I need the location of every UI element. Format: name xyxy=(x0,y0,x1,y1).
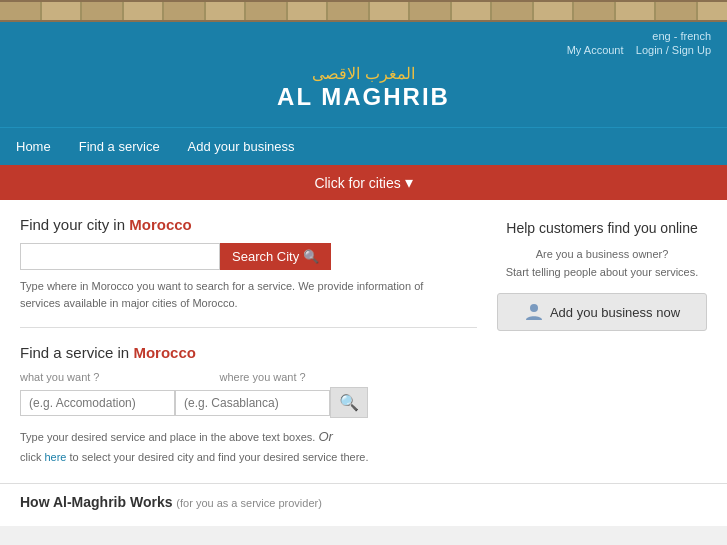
service-search-button[interactable]: 🔍 xyxy=(330,387,368,418)
how-title-sub: (for you as a service provider) xyxy=(176,497,322,509)
add-business-button-label: Add you business now xyxy=(550,305,680,320)
help-desc-line1: Are you a business owner? xyxy=(536,248,669,260)
how-title: How Al-Maghrib Works (for you as a servi… xyxy=(20,494,322,510)
service-search-icon: 🔍 xyxy=(339,394,359,411)
right-help-desc: Are you a business owner? Start telling … xyxy=(497,246,707,281)
service-desc-line3: to select your desired city and find you… xyxy=(66,451,368,463)
label-what: what you want ? xyxy=(20,371,100,383)
service-description: Type your desired service and place in t… xyxy=(20,426,440,467)
service-desc-line2: click xyxy=(20,451,44,463)
add-business-button[interactable]: Add you business now xyxy=(497,293,707,331)
service-inputs-row: 🔍 xyxy=(20,387,477,418)
right-column: Help customers find you online Are you a… xyxy=(497,216,707,467)
service-title-prefix: Find a service in xyxy=(20,344,133,361)
search-icon: 🔍 xyxy=(303,249,319,264)
how-title-main: How Al-Maghrib Works xyxy=(20,494,172,510)
login-signup-link[interactable]: Login / Sign Up xyxy=(636,44,711,56)
left-column: Find your city in Morocco Search City 🔍 … xyxy=(20,216,477,467)
city-search-input[interactable] xyxy=(20,243,220,270)
service-desc-line1: Type your desired service and place in t… xyxy=(20,431,318,443)
city-search-description: Type where in Morocco you want to search… xyxy=(20,278,440,311)
person-icon xyxy=(524,302,544,322)
cities-bar[interactable]: Click for cities ▾ xyxy=(0,165,727,200)
my-account-link[interactable]: My Account xyxy=(567,44,624,56)
nav-find-service[interactable]: Find a service xyxy=(79,131,160,162)
logo-latin: AL MAGHRIB xyxy=(16,83,711,111)
city-title-prefix: Find your city in xyxy=(20,216,129,233)
nav-home[interactable]: Home xyxy=(16,131,51,162)
city-title-highlight: Morocco xyxy=(129,216,192,233)
svg-point-0 xyxy=(530,304,538,312)
service-title-highlight: Morocco xyxy=(133,344,196,361)
label-where: where you want ? xyxy=(220,371,306,383)
city-search-button-label: Search City xyxy=(232,249,299,264)
help-desc-line2: Start telling people about your services… xyxy=(506,266,699,278)
lang-label: eng - french xyxy=(652,30,711,42)
logo-area: المغرب الاقصى AL MAGHRIB xyxy=(16,56,711,123)
stone-texture-bar xyxy=(0,0,727,22)
service-search-title: Find a service in Morocco xyxy=(20,344,477,361)
city-search-title: Find your city in Morocco xyxy=(20,216,477,233)
city-search-button[interactable]: Search City 🔍 xyxy=(220,243,331,270)
service-input-labels: what you want ? where you want ? xyxy=(20,371,477,383)
service-where-input[interactable] xyxy=(175,390,330,416)
service-desc-here-link[interactable]: here xyxy=(44,451,66,463)
top-header: eng - french My Account Login / Sign Up … xyxy=(0,22,727,127)
main-content: Find your city in Morocco Search City 🔍 … xyxy=(0,200,727,483)
right-help-title: Help customers find you online xyxy=(497,220,707,236)
service-what-input[interactable] xyxy=(20,390,175,416)
chevron-down-icon: ▾ xyxy=(405,174,413,191)
service-desc-or: Or xyxy=(318,429,332,444)
how-section: How Al-Maghrib Works (for you as a servi… xyxy=(0,483,727,526)
nav-add-business[interactable]: Add your business xyxy=(188,131,295,162)
city-search-row: Search City 🔍 xyxy=(20,243,477,270)
divider-1 xyxy=(20,327,477,328)
cities-bar-label: Click for cities xyxy=(314,175,400,191)
nav-bar: Home Find a service Add your business xyxy=(0,127,727,165)
account-links: My Account Login / Sign Up xyxy=(16,44,711,56)
logo-arabic: المغرب الاقصى xyxy=(16,64,711,83)
language-switcher[interactable]: eng - french xyxy=(16,30,711,42)
